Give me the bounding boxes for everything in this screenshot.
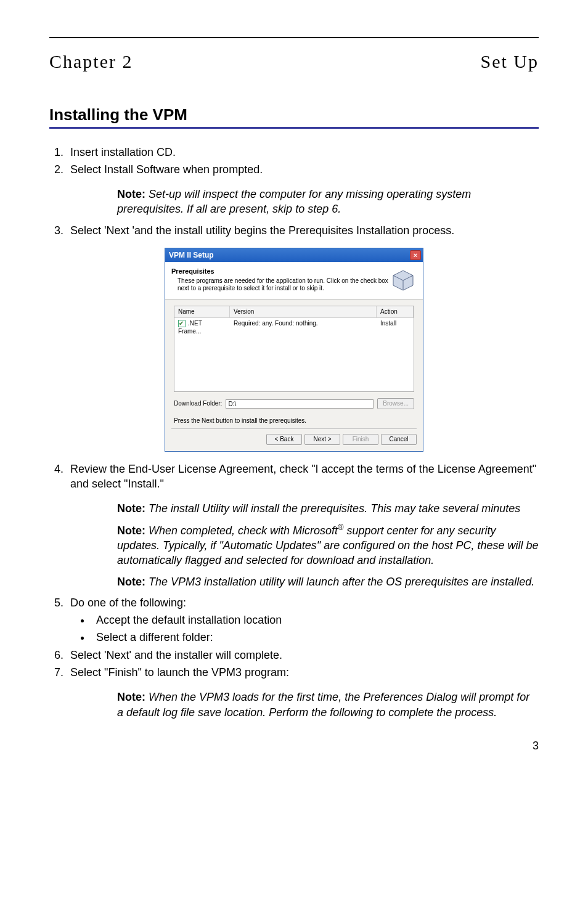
- box-icon: [390, 267, 417, 294]
- dialog-header: Prerequisites These programs are needed …: [165, 262, 423, 300]
- step-2: Select Install Software when prompted.: [67, 162, 539, 177]
- note-lead: Note:: [117, 502, 149, 515]
- step-3: Select 'Next 'and the install utility be…: [67, 223, 539, 238]
- step-5: Do one of the following: Accept the defa…: [67, 595, 539, 645]
- steps-list-cont-4: Review the End-User License Agreement, c…: [49, 462, 539, 492]
- press-next-text: Press the Next button to install the pre…: [165, 413, 423, 425]
- row-version: Required: any. Found: nothing.: [230, 318, 377, 337]
- close-icon[interactable]: ×: [410, 250, 421, 260]
- download-folder-input[interactable]: [226, 399, 374, 409]
- steps-list: Insert installation CD. Select Install S…: [49, 145, 539, 177]
- step-1: Insert installation CD.: [67, 145, 539, 160]
- note-5: Note: When the VPM3 loads for the first …: [117, 690, 539, 720]
- note-2-body: The install Utility will install the pre…: [149, 502, 520, 515]
- dialog-header-sub: These programs are needed for the applic…: [178, 277, 390, 292]
- step-5-bullet-1: Accept the default installation location: [91, 613, 539, 627]
- prerequisites-list: Name Version Action .NET Frame... Requir…: [174, 306, 414, 392]
- col-action: Action: [377, 306, 414, 318]
- setup-dialog: VPM II Setup × Prerequisites These progr…: [165, 248, 423, 452]
- col-name: Name: [174, 306, 230, 318]
- step-5-bullet-2: Select a different folder:: [91, 630, 539, 645]
- steps-list-cont-3: Select 'Next 'and the install utility be…: [49, 223, 539, 238]
- note-1-body: Set-up will inspect the computer for any…: [117, 188, 471, 215]
- next-button[interactable]: Next >: [304, 434, 340, 445]
- download-label: Download Folder:: [174, 399, 222, 408]
- note-5-body: When the VPM3 loads for the first time, …: [117, 691, 529, 718]
- finish-button[interactable]: Finish: [343, 434, 378, 445]
- note-4-body: The VPM3 installation utility will launc…: [149, 576, 534, 588]
- cancel-button[interactable]: Cancel: [381, 434, 417, 445]
- note-3-body-a: When completed, check with Microsoft: [149, 524, 338, 537]
- step-6: Select 'Next' and the installer will com…: [67, 648, 539, 662]
- note-1: Note: Set-up will inspect the computer f…: [117, 187, 539, 217]
- section-title: Installing the VPM: [49, 104, 539, 126]
- note-lead: Note:: [117, 524, 149, 537]
- note-lead: Note:: [117, 576, 149, 588]
- col-version: Version: [230, 306, 377, 318]
- top-rule: [49, 37, 539, 38]
- note-3: Note: When completed, check with Microso…: [117, 523, 539, 568]
- steps-list-cont-5: Do one of the following: Accept the defa…: [49, 595, 539, 680]
- registered-icon: ®: [338, 523, 343, 532]
- dialog-header-title: Prerequisites: [171, 267, 390, 276]
- back-button[interactable]: < Back: [266, 434, 302, 445]
- section-rule: [49, 127, 539, 129]
- note-2: Note: The install Utility will install t…: [117, 501, 539, 516]
- browse-button[interactable]: Browse...: [377, 398, 414, 409]
- step-5-bullets: Accept the default installation location…: [91, 613, 539, 645]
- note-lead: Note:: [117, 691, 149, 703]
- note-4: Note: The VPM3 installation utility will…: [117, 574, 539, 589]
- chapter-label: Chapter 2: [49, 49, 133, 75]
- page-number: 3: [49, 738, 539, 753]
- step-5-text: Do one of the following:: [70, 597, 186, 609]
- checkbox-icon[interactable]: [178, 320, 186, 327]
- row-action: Install: [377, 318, 414, 337]
- chapter-title: Set Up: [481, 49, 539, 75]
- chapter-header: Chapter 2 Set Up: [49, 49, 539, 75]
- step-7: Select "Finish" to launch the VPM3 progr…: [67, 665, 539, 680]
- note-lead: Note:: [117, 188, 149, 200]
- dialog-titlebar: VPM II Setup ×: [165, 248, 423, 262]
- dialog-title: VPM II Setup: [169, 250, 214, 260]
- list-item[interactable]: .NET Frame... Required: any. Found: noth…: [174, 318, 414, 337]
- step-4: Review the End-User License Agreement, c…: [67, 462, 539, 492]
